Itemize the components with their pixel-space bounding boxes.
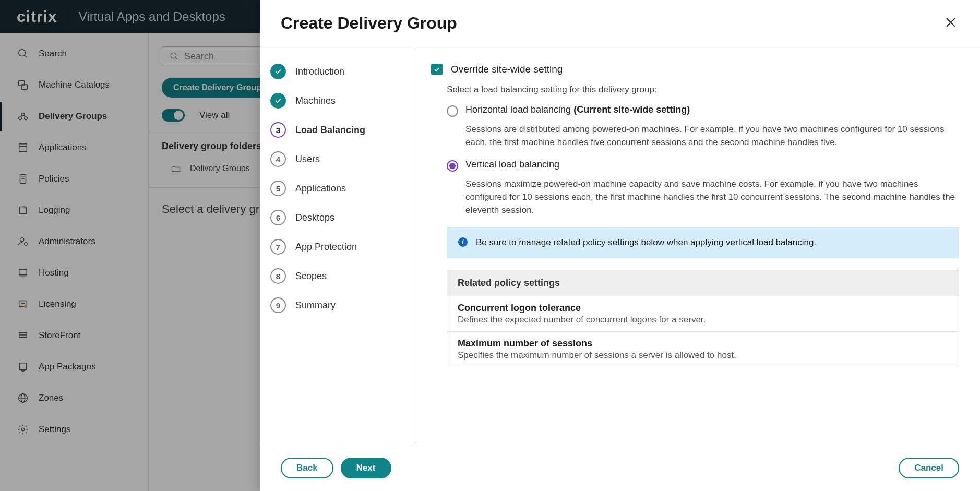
wizard-steps: Introduction Machines 3 Load Balancing 4…	[260, 49, 415, 445]
vertical-desc: Sessions maximize powered-on machine cap…	[465, 178, 959, 217]
back-button[interactable]: Back	[281, 458, 333, 478]
check-icon	[274, 97, 282, 105]
policy-row: Concurrent logon tolerance Defines the e…	[447, 296, 959, 332]
step-label: Introduction	[295, 66, 344, 77]
override-label: Override site-wide setting	[451, 64, 563, 75]
info-icon: i	[458, 237, 468, 247]
step-app-protection[interactable]: 7 App Protection	[270, 239, 404, 255]
step-load-balancing[interactable]: 3 Load Balancing	[270, 122, 404, 138]
create-delivery-group-modal: Create Delivery Group Introduction Machi…	[260, 0, 980, 491]
step-applications[interactable]: 5 Applications	[270, 181, 404, 196]
modal-footer: Back Next Cancel	[260, 445, 980, 491]
modal-content: Override site-wide setting Select a load…	[415, 49, 980, 372]
policy-settings-table: Related policy settings Concurrent logon…	[447, 270, 959, 367]
policy-heading: Related policy settings	[447, 270, 959, 296]
step-label: Applications	[295, 183, 346, 194]
radio-button[interactable]	[447, 105, 458, 117]
next-button[interactable]: Next	[341, 458, 391, 478]
step-machines[interactable]: Machines	[270, 93, 404, 109]
check-icon	[433, 66, 440, 73]
close-button[interactable]	[942, 14, 959, 32]
policy-title: Concurrent logon tolerance	[458, 303, 948, 314]
info-text: Be sure to manage related policy setting…	[476, 236, 816, 249]
step-desktops[interactable]: 6 Desktops	[270, 210, 404, 225]
step-summary[interactable]: 9 Summary	[270, 297, 404, 313]
radio-horizontal[interactable]: Horizontal load balancing (Current site-…	[447, 104, 959, 117]
step-label: Desktops	[295, 212, 334, 223]
radio-button[interactable]	[447, 160, 458, 172]
step-users[interactable]: 4 Users	[270, 151, 404, 167]
step-number: 4	[270, 151, 286, 167]
step-number: 5	[270, 181, 286, 196]
step-number: 7	[270, 239, 286, 255]
close-icon	[945, 16, 957, 29]
policy-title: Maximum number of sessions	[458, 338, 948, 349]
step-label: Load Balancing	[295, 125, 365, 136]
step-number: 9	[270, 297, 286, 313]
step-label: Users	[295, 154, 320, 165]
policy-row: Maximum number of sessions Specifies the…	[447, 332, 959, 367]
step-number: 6	[270, 210, 286, 225]
step-label: App Protection	[295, 242, 357, 253]
modal-title: Create Delivery Group	[281, 14, 457, 33]
instruction-text: Select a load balancing setting for this…	[447, 85, 959, 95]
radio-label-text: Horizontal load balancing	[465, 104, 571, 115]
step-label: Summary	[295, 300, 336, 311]
step-number: 3	[270, 122, 286, 138]
current-setting-tag: (Current site-wide setting)	[573, 104, 690, 115]
info-box: i Be sure to manage related policy setti…	[447, 227, 959, 258]
step-label: Scopes	[295, 271, 327, 282]
policy-desc: Defines the expected number of concurren…	[458, 315, 948, 325]
radio-label-text: Vertical load balancing	[465, 159, 559, 170]
override-checkbox[interactable]	[431, 64, 443, 75]
check-icon	[274, 67, 282, 76]
radio-vertical[interactable]: Vertical load balancing	[447, 159, 959, 172]
step-introduction[interactable]: Introduction	[270, 64, 404, 79]
step-scopes[interactable]: 8 Scopes	[270, 268, 404, 284]
policy-desc: Specifies the maximum number of sessions…	[458, 350, 948, 361]
step-label: Machines	[295, 95, 336, 106]
step-number: 8	[270, 268, 286, 284]
cancel-button[interactable]: Cancel	[899, 458, 959, 478]
horizontal-desc: Sessions are distributed among powered-o…	[465, 123, 959, 149]
